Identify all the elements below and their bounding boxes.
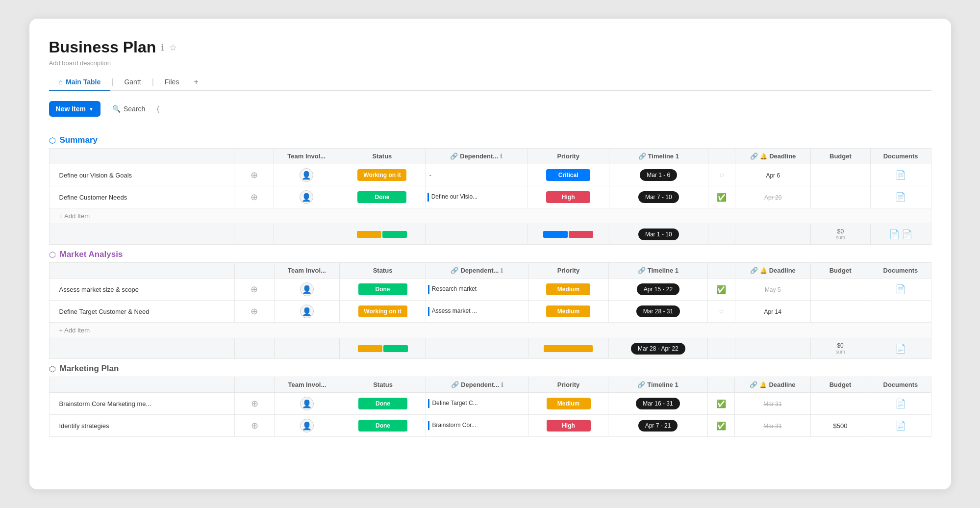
mkt-row-avatar-2[interactable]: 👤 [275, 415, 340, 437]
market-row-status-1[interactable]: Done [340, 279, 426, 301]
mkt-row-check-2[interactable]: ✅ [707, 415, 734, 437]
mkt-row-doc-2[interactable]: 📄 [870, 415, 931, 437]
row-check-1[interactable]: ○ [708, 164, 735, 186]
col-priority-header: Priority [528, 149, 609, 164]
table-row: Assess market size & scope ⊕ 👤 Done Rese… [49, 279, 931, 301]
market-row-add-2[interactable]: ⊕ [234, 301, 274, 323]
col-check-header [708, 149, 735, 164]
market-row-dep-1[interactable]: Research market [426, 279, 528, 301]
tab-main-table[interactable]: ⌂ Main Table [49, 74, 111, 91]
row-doc-1[interactable]: 📄 [870, 164, 931, 186]
search-button[interactable]: 🔍 Search [107, 102, 150, 116]
col-team-invol-header: Team Invol... [274, 149, 339, 164]
mkt-col-team-header: Team Invol... [275, 377, 340, 393]
mkt-row-add-1[interactable]: ⊕ [235, 393, 275, 415]
market-row-timeline-2[interactable]: Mar 28 - 31 [608, 301, 708, 323]
section-market-analysis: ⬡ Market Analysis Team Invol... Status 🔗… [49, 245, 931, 359]
deadline-link-icon: 🔗 [750, 152, 758, 160]
market-row-check-1[interactable]: ✅ [708, 279, 735, 301]
mkt-row-status-2[interactable]: Done [340, 415, 426, 437]
info-icon[interactable]: ℹ [161, 42, 164, 53]
mkt-col-docs-header: Documents [870, 377, 931, 393]
market-row-item-1[interactable]: Assess market size & scope [49, 279, 234, 301]
row-priority-2[interactable]: High [528, 186, 609, 208]
market-row-doc-1[interactable]: 📄 [870, 279, 931, 301]
market-totals-priority-bars [528, 338, 608, 359]
mkt-timeline-link-icon: 🔗 [637, 381, 645, 388]
tab-gantt[interactable]: Gantt [114, 74, 151, 91]
market-header-row: Team Invol... Status 🔗 Dependent... ℹ Pr… [49, 263, 931, 279]
row-status-2[interactable]: Done [339, 186, 425, 208]
market-row-priority-1[interactable]: Medium [528, 279, 608, 301]
row-dep-2[interactable]: Define our Visio... [425, 186, 528, 208]
row-item-2[interactable]: Define Customer Needs [49, 186, 234, 208]
market-totals-docs: 📄 [870, 338, 931, 359]
market-timeline-link-icon: 🔗 [638, 267, 646, 274]
add-item-cell[interactable]: + Add Item [49, 208, 931, 224]
mkt-row-item-2[interactable]: Identify strategies [49, 415, 235, 437]
row-status-1[interactable]: Working on it [339, 164, 425, 186]
tab-files[interactable]: Files [155, 74, 189, 91]
row-dep-1[interactable]: - [425, 164, 528, 186]
market-row-check-2[interactable]: ○ [708, 301, 735, 323]
market-add-item-row[interactable]: + Add Item [49, 323, 931, 338]
mkt-row-add-2[interactable]: ⊕ [235, 415, 275, 437]
mkt-row-item-1[interactable]: Brainstorm Core Marketing me... [49, 393, 235, 415]
tab-add-button[interactable]: + [189, 74, 203, 90]
market-totals-budget: $0 sum [810, 338, 870, 359]
row-avatar-1[interactable]: 👤 [274, 164, 339, 186]
section-summary-title: Summary [60, 135, 98, 145]
row-item-1[interactable]: Define our Vision & Goals [49, 164, 234, 186]
market-row-priority-2[interactable]: Medium [528, 301, 608, 323]
market-row-item-2[interactable]: Define Target Customer & Need [49, 301, 234, 323]
market-row-avatar-2[interactable]: 👤 [274, 301, 339, 323]
mkt-row-priority-2[interactable]: High [528, 415, 608, 437]
row-add-person-1[interactable]: ⊕ [234, 164, 274, 186]
mkt-row-doc-1[interactable]: 📄 [870, 393, 931, 415]
market-row-dep-2[interactable]: Assess market ... [426, 301, 528, 323]
mkt-row-dep-1[interactable]: Define Target C... [426, 393, 529, 415]
mkt-row-deadline-2: Mar 31 [735, 415, 810, 437]
market-col-check-header [708, 263, 735, 279]
mkt-col-item-header [49, 377, 235, 393]
market-col-docs-header: Documents [870, 263, 931, 279]
row-timeline-2[interactable]: Mar 7 - 10 [609, 186, 708, 208]
market-add-item-cell[interactable]: + Add Item [49, 323, 931, 338]
totals-check-empty [708, 224, 735, 245]
row-doc-2[interactable]: 📄 [870, 186, 931, 208]
mkt-row-avatar-1[interactable]: 👤 [275, 393, 340, 415]
add-item-row[interactable]: + Add Item [49, 208, 931, 224]
section-summary-totals-row: Mar 1 - 10 $0 sum 📄 📄 [49, 224, 931, 245]
mkt-row-priority-1[interactable]: Medium [528, 393, 608, 415]
row-timeline-1[interactable]: Mar 1 - 6 [609, 164, 708, 186]
mkt-row-dep-2[interactable]: Brainstorm Cor... [426, 415, 529, 437]
page-description[interactable]: Add board description [49, 59, 931, 67]
market-info-icon: ℹ [501, 267, 503, 274]
market-row-status-2[interactable]: Working on it [340, 301, 426, 323]
market-row-timeline-1[interactable]: Apr 15 - 22 [608, 279, 708, 301]
mkt-row-timeline-2[interactable]: Apr 7 - 21 [608, 415, 708, 437]
market-row-avatar-1[interactable]: 👤 [274, 279, 339, 301]
star-icon[interactable]: ☆ [169, 42, 177, 53]
row-avatar-2[interactable]: 👤 [274, 186, 339, 208]
new-item-button[interactable]: New Item ▼ [49, 101, 101, 117]
market-row-add-1[interactable]: ⊕ [234, 279, 274, 301]
mkt-bell-icon: 🔔 [759, 381, 767, 388]
col-deadline-header: 🔗 🔔 Deadline [735, 149, 811, 164]
mkt-row-timeline-1[interactable]: Mar 16 - 31 [608, 393, 708, 415]
page-title: Business Plan [49, 38, 156, 56]
mkt-row-status-1[interactable]: Done [340, 393, 426, 415]
row-priority-1[interactable]: Critical [528, 164, 609, 186]
mkt-row-check-1[interactable]: ✅ [707, 393, 734, 415]
market-link-icon: 🔗 [451, 267, 458, 274]
table-row: Brainstorm Core Marketing me... ⊕ 👤 Done… [49, 393, 931, 415]
table-row: Define our Vision & Goals ⊕ 👤 Working on… [49, 164, 931, 186]
marketing-table: Team Invol... Status 🔗 Dependent... ℹ Pr… [49, 377, 931, 437]
row-check-2[interactable]: ✅ [708, 186, 735, 208]
timeline-link-icon: 🔗 [638, 152, 646, 160]
toolbar: New Item ▼ 🔍 Search ( [49, 101, 931, 117]
chevron-down-icon: ▼ [89, 106, 94, 112]
market-col-team-header: Team Invol... [274, 263, 339, 279]
table-row: Define Target Customer & Need ⊕ 👤 Workin… [49, 301, 931, 323]
row-add-person-2[interactable]: ⊕ [234, 186, 274, 208]
